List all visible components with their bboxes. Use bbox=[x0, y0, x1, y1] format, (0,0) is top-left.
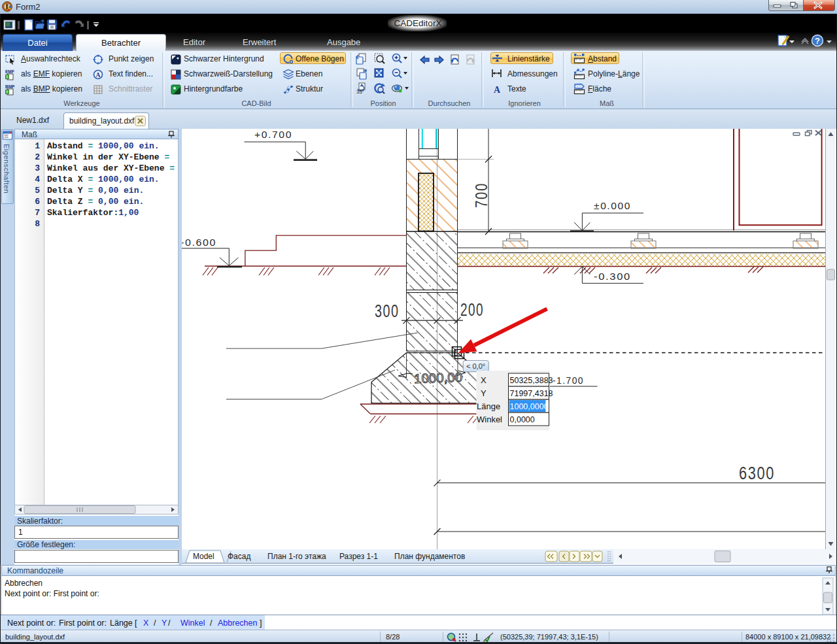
svg-text:1000,0000: 1000,0000 bbox=[510, 402, 549, 411]
svg-text:6300: 6300 bbox=[739, 464, 775, 483]
svg-text:Model: Model bbox=[193, 552, 214, 561]
svg-text:< 0,0°: < 0,0° bbox=[466, 362, 485, 370]
svg-text:X: X bbox=[481, 375, 487, 385]
svg-text:50325,3883: 50325,3883 bbox=[510, 376, 553, 385]
svg-text:План фундаментов: План фундаментов bbox=[394, 552, 465, 561]
svg-text:0,0000: 0,0000 bbox=[510, 415, 535, 424]
svg-text:Фасад: Фасад bbox=[228, 552, 250, 561]
svg-text:35°: 35° bbox=[356, 89, 364, 95]
svg-text:BMP: BMP bbox=[5, 84, 15, 89]
svg-text:200: 200 bbox=[460, 300, 484, 320]
svg-text:-0.300: -0.300 bbox=[594, 271, 631, 282]
svg-text:-1.700: -1.700 bbox=[553, 375, 584, 386]
svg-text:Winkel: Winkel bbox=[477, 415, 502, 424]
svg-text:700: 700 bbox=[471, 182, 491, 208]
svg-text:1000,00: 1000,00 bbox=[414, 370, 463, 386]
svg-text:300: 300 bbox=[375, 301, 400, 321]
svg-text:Разрез 1-1: Разрез 1-1 bbox=[339, 552, 378, 561]
svg-text:?: ? bbox=[815, 36, 820, 46]
svg-text:71997,4318: 71997,4318 bbox=[510, 389, 553, 398]
svg-text:+0.700: +0.700 bbox=[254, 129, 292, 140]
svg-text:EMF: EMF bbox=[5, 69, 14, 74]
svg-text:План 1-го этажа: План 1-го этажа bbox=[267, 552, 326, 561]
svg-text:A: A bbox=[494, 85, 501, 95]
svg-text:Y: Y bbox=[481, 388, 487, 398]
svg-text:-0.600: -0.600 bbox=[182, 237, 216, 248]
svg-text:A: A bbox=[96, 72, 101, 78]
svg-text:Länge: Länge bbox=[477, 401, 500, 411]
svg-text:±0.000: ±0.000 bbox=[594, 200, 631, 211]
